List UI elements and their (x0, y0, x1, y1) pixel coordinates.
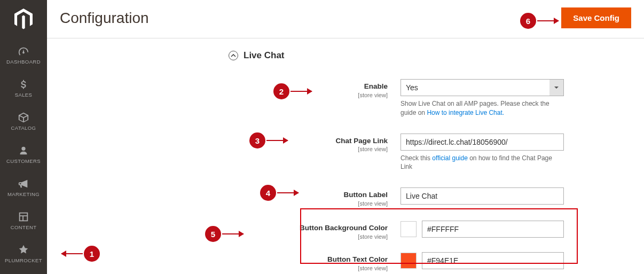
field-label: Button Label (47, 191, 388, 200)
field-enable: Enable [store view] Yes Show Live Chat o… (47, 76, 644, 121)
integrate-link[interactable]: How to integrate Live Chat. (427, 109, 504, 116)
section-header[interactable]: Live Chat (47, 50, 644, 61)
sidebar-item-label: CONTENT (11, 225, 37, 230)
plumrocket-icon (18, 244, 29, 256)
bg-color-input[interactable] (422, 221, 564, 238)
gauge-icon (18, 45, 29, 57)
field-chat-page-link: Chat Page Link [store view] Check this o… (47, 130, 644, 175)
text-color-swatch[interactable] (400, 253, 417, 269)
field-label: Chat Page Link (47, 137, 388, 146)
field-scope: [store view] (47, 265, 388, 272)
main-content: Configuration Save Config Live Chat Enab… (47, 0, 644, 274)
save-config-button[interactable]: Save Config (561, 7, 631, 28)
field-label: Button Background Color (47, 224, 388, 233)
field-button-label: Button Label [store view] (47, 184, 644, 211)
collapse-icon[interactable] (229, 51, 238, 60)
admin-sidebar: DASHBOARD SALES CATALOG CUSTOMERS MARKET… (0, 0, 47, 274)
field-hint: Check this official guide on how to find… (400, 154, 564, 172)
field-scope: [store view] (47, 200, 388, 208)
sidebar-item-label: CATALOG (11, 126, 36, 131)
sidebar-item-marketing[interactable]: MARKETING (0, 171, 47, 204)
chat-page-link-input[interactable] (400, 134, 564, 151)
sidebar-item-content[interactable]: CONTENT (0, 204, 47, 237)
text-color-input[interactable] (422, 252, 564, 269)
enable-select[interactable]: Yes (400, 79, 549, 96)
live-chat-section: Live Chat Enable [store view] Yes (47, 38, 644, 274)
page-title: Configuration (60, 10, 149, 27)
field-button-text-color: Button Text Color [store view] (47, 249, 644, 274)
sidebar-item-label: DASHBOARD (6, 59, 41, 65)
sidebar-logo[interactable] (0, 0, 47, 38)
field-scope: [store view] (47, 146, 388, 153)
dollar-icon (18, 79, 29, 90)
section-title: Live Chat (244, 50, 285, 61)
sidebar-item-label: MARKETING (7, 192, 40, 197)
sidebar-item-label: SALES (15, 92, 33, 98)
field-hint: Show Live Chat on all AMP pages. Please … (400, 99, 564, 118)
page-header: Configuration Save Config (47, 0, 644, 38)
sidebar-item-dashboard[interactable]: DASHBOARD (0, 38, 47, 72)
button-label-input[interactable] (400, 187, 564, 205)
field-label: Enable (47, 82, 388, 91)
bg-color-swatch[interactable] (400, 221, 417, 237)
sidebar-item-sales[interactable]: SALES (0, 72, 47, 105)
box-icon (18, 112, 29, 123)
sidebar-item-label: PLUMROCKET (5, 258, 42, 263)
magento-logo-icon (14, 9, 33, 30)
config-form: Enable [store view] Yes Show Live Chat o… (47, 76, 644, 274)
field-label: Button Text Color (47, 255, 388, 264)
field-scope: [store view] (47, 233, 388, 241)
dropdown-button[interactable] (549, 79, 564, 96)
official-guide-link[interactable]: official guide (432, 154, 468, 162)
megaphone-icon (18, 178, 29, 190)
sidebar-item-customers[interactable]: CUSTOMERS (0, 138, 47, 171)
field-scope: [store view] (47, 92, 388, 99)
layout-icon (18, 211, 29, 223)
sidebar-item-plumrocket[interactable]: PLUMROCKET (0, 237, 47, 270)
sidebar-item-label: CUSTOMERS (6, 159, 41, 164)
field-button-bg-color: Button Background Color [store view] (47, 217, 644, 244)
person-icon (18, 145, 29, 156)
sidebar-item-catalog[interactable]: CATALOG (0, 105, 47, 138)
